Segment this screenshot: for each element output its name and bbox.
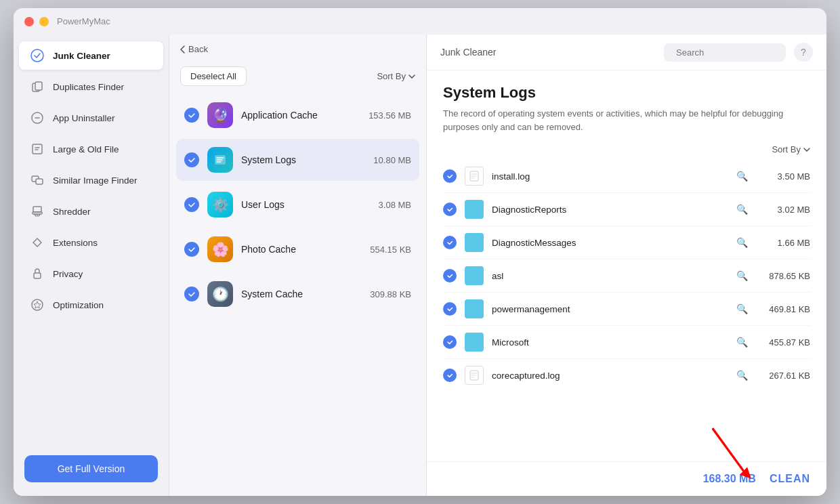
- user-logs-icon: ⚙️: [207, 192, 233, 217]
- sidebar-item-junk-cleaner[interactable]: Junk Cleaner: [19, 41, 163, 70]
- deselect-all-button[interactable]: Deselect All: [180, 66, 247, 86]
- file-thumb-folder: [465, 233, 484, 252]
- magnify-icon[interactable]: 🔍: [736, 204, 748, 215]
- file-name: DiagnosticReports: [492, 205, 728, 215]
- svg-rect-2: [35, 82, 42, 90]
- file-check-icon: [443, 302, 457, 316]
- magnify-icon[interactable]: 🔍: [736, 270, 748, 281]
- module-title: Junk Cleaner: [440, 47, 497, 58]
- list-item[interactable]: 🕐 System Cache 309.88 KB: [176, 273, 419, 315]
- sidebar-item-app-uninstaller-label: App Uninstaller: [53, 113, 115, 123]
- file-name: install.log: [492, 171, 728, 182]
- shredder-icon: [30, 204, 45, 219]
- check-icon: [184, 287, 199, 301]
- sidebar-item-large-old-file[interactable]: Large & Old File: [19, 135, 163, 163]
- file-name: powermanagement: [492, 304, 728, 314]
- app-cache-icon: 🔮: [207, 102, 233, 128]
- file-check-icon: [443, 335, 457, 349]
- titlebar: PowerMyMac: [14, 8, 826, 35]
- right-content: System Logs The record of operating syst…: [427, 70, 826, 461]
- sidebar-item-app-uninstaller[interactable]: App Uninstaller: [19, 104, 163, 132]
- magnify-icon[interactable]: 🔍: [736, 337, 748, 348]
- file-check-icon: [443, 369, 457, 382]
- item-size: 10.80 MB: [373, 155, 411, 165]
- list-item[interactable]: 🌸 Photo Cache 554.15 KB: [176, 228, 419, 270]
- close-button[interactable]: [24, 17, 34, 26]
- list-item[interactable]: ⚙️ User Logs 3.08 MB: [176, 184, 419, 226]
- optimization-icon: [30, 297, 45, 312]
- section-title: System Logs: [443, 84, 810, 102]
- sidebar-item-duplicates-finder[interactable]: Duplicates Finder: [19, 72, 163, 101]
- check-icon: [184, 197, 199, 212]
- file-thumb-folder: [465, 299, 484, 318]
- file-thumb-folder: [465, 200, 484, 219]
- sidebar-item-privacy[interactable]: Privacy: [19, 259, 163, 288]
- file-size: 3.02 MB: [756, 205, 810, 215]
- category-list: 🔮 Application Cache 153.56 MB: [169, 94, 426, 496]
- sidebar-item-shredder[interactable]: Shredder: [19, 197, 163, 226]
- magnify-icon[interactable]: 🔍: [736, 303, 748, 314]
- right-sort-button[interactable]: Sort By: [772, 144, 810, 154]
- file-row: DiagnosticReports 🔍 3.02 MB: [443, 193, 810, 226]
- clean-button[interactable]: CLEAN: [770, 473, 810, 485]
- sidebar-item-similar-image[interactable]: Similar Image Finder: [19, 166, 163, 194]
- file-size: 267.61 KB: [756, 371, 810, 381]
- middle-header: Back: [169, 35, 426, 64]
- help-button[interactable]: ?: [794, 43, 813, 62]
- magnify-icon[interactable]: 🔍: [736, 171, 748, 182]
- file-size: 455.87 KB: [756, 337, 810, 348]
- file-size: 1.66 MB: [756, 238, 810, 248]
- minimize-button[interactable]: [39, 17, 49, 26]
- file-row: DiagnosticMessages 🔍 1.66 MB: [443, 226, 810, 259]
- file-size: 469.81 KB: [756, 304, 810, 314]
- list-item-selected[interactable]: System Logs 10.80 MB: [176, 139, 419, 181]
- file-thumb-folder: [465, 266, 484, 285]
- system-logs-icon: [207, 147, 233, 173]
- right-sort-row: Sort By: [443, 144, 810, 154]
- sidebar-item-similar-image-label: Similar Image Finder: [53, 175, 138, 186]
- sidebar: Junk Cleaner Duplicates Finder: [14, 35, 169, 496]
- system-cache-icon: 🕐: [207, 281, 233, 307]
- file-name: asl: [492, 271, 728, 281]
- get-full-version-button[interactable]: Get Full Version: [24, 455, 158, 482]
- app-title: PowerMyMac: [57, 16, 110, 26]
- magnify-icon[interactable]: 🔍: [736, 237, 748, 248]
- sort-by-button[interactable]: Sort By: [377, 71, 415, 81]
- section-description: The record of operating system events or…: [443, 107, 810, 133]
- right-footer: 168.30 MB CLEAN: [427, 461, 826, 496]
- traffic-lights: [24, 17, 49, 26]
- check-icon: [184, 242, 199, 257]
- file-thumb-folder: [465, 333, 484, 352]
- item-name: Application Cache: [241, 110, 360, 121]
- back-label: Back: [188, 44, 208, 54]
- file-list: install.log 🔍 3.50 MB DiagnosticReports: [443, 160, 810, 461]
- middle-panel: Back Deselect All Sort By 🔮 Application …: [169, 35, 427, 496]
- svg-point-0: [31, 49, 43, 62]
- check-icon: [184, 152, 199, 167]
- item-size: 554.15 KB: [370, 245, 411, 255]
- photo-cache-icon: 🌸: [207, 236, 233, 262]
- duplicates-icon: [30, 79, 45, 94]
- svg-rect-9: [34, 273, 41, 278]
- check-icon: [184, 108, 199, 123]
- app-uninstaller-icon: [30, 110, 45, 125]
- sidebar-item-optimization[interactable]: Optimization: [19, 291, 163, 319]
- file-check-icon: [443, 269, 457, 282]
- back-button[interactable]: Back: [180, 44, 208, 54]
- file-name: DiagnosticMessages: [492, 238, 728, 248]
- main-content: Junk Cleaner Duplicates Finder: [14, 35, 826, 496]
- magnify-icon[interactable]: 🔍: [736, 370, 748, 381]
- list-item[interactable]: 🔮 Application Cache 153.56 MB: [176, 94, 419, 136]
- sidebar-item-duplicates-label: Duplicates Finder: [53, 82, 124, 92]
- file-size: 3.50 MB: [756, 171, 810, 182]
- file-size: 878.65 KB: [756, 271, 810, 281]
- item-size: 153.56 MB: [369, 110, 411, 121]
- sidebar-item-extensions[interactable]: Extensions: [19, 228, 163, 257]
- similar-image-icon: [30, 173, 45, 188]
- search-input[interactable]: [676, 47, 790, 58]
- svg-rect-6: [36, 179, 43, 184]
- sidebar-item-large-old-label: Large & Old File: [53, 144, 119, 154]
- app-window: PowerMyMac Junk Cleaner: [14, 8, 826, 496]
- file-row: Microsoft 🔍 455.87 KB: [443, 326, 810, 359]
- total-size: 168.30 MB: [703, 473, 756, 485]
